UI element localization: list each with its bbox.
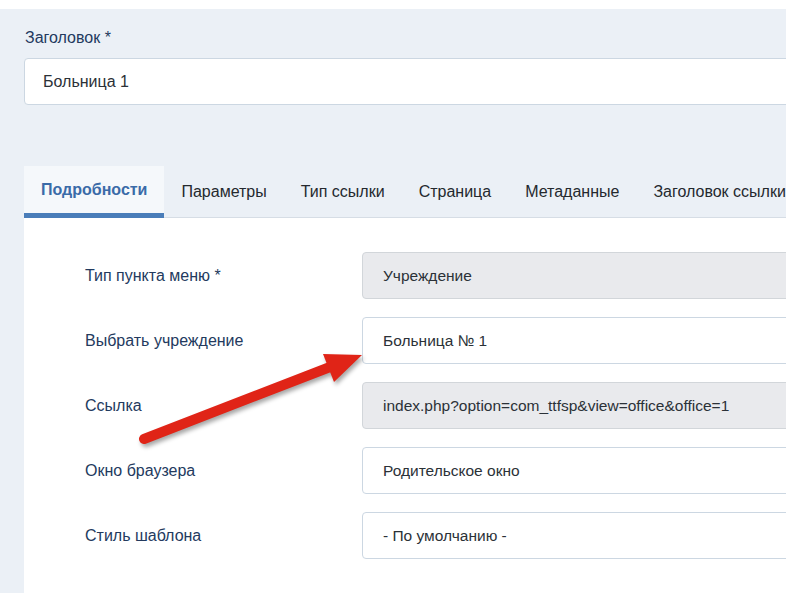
- template-style-value: - По умолчанию -: [383, 527, 507, 545]
- template-style-label: Стиль шаблона: [24, 527, 362, 545]
- link-label: Ссылка: [24, 397, 362, 415]
- form-row-template-style: Стиль шаблона - По умолчанию -: [24, 512, 786, 559]
- select-institution-value: Больница № 1: [383, 332, 487, 350]
- menu-item-type-field: Учреждение: [362, 252, 786, 299]
- details-tab-panel: Тип пункта меню * Учреждение Выбрать учр…: [24, 218, 786, 593]
- select-institution-field[interactable]: Больница № 1: [362, 317, 786, 364]
- select-institution-label: Выбрать учреждение: [24, 332, 362, 350]
- link-field: index.php?option=com_ttfsp&view=office&o…: [362, 382, 786, 429]
- tab-parameters[interactable]: Параметры: [164, 166, 283, 218]
- form-row-browser-window: Окно браузера Родительское окно: [24, 447, 786, 494]
- title-input[interactable]: Больница 1: [24, 58, 786, 105]
- form-row-menu-item-type: Тип пункта меню * Учреждение: [24, 252, 786, 299]
- menu-item-edit-screen: Заголовок * Больница 1 Подробности Парам…: [0, 0, 786, 593]
- title-field-label: Заголовок *: [25, 28, 786, 47]
- menu-item-type-label: Тип пункта меню *: [24, 267, 362, 285]
- tab-bar: Подробности Параметры Тип ссылки Страниц…: [24, 166, 786, 218]
- tab-link-type[interactable]: Тип ссылки: [284, 166, 402, 218]
- browser-window-label: Окно браузера: [24, 462, 362, 480]
- tab-details[interactable]: Подробности: [24, 166, 164, 218]
- browser-window-select[interactable]: Родительское окно: [362, 447, 786, 494]
- tab-page[interactable]: Страница: [402, 166, 509, 218]
- form-row-link: Ссылка index.php?option=com_ttfsp&view=o…: [24, 382, 786, 429]
- menu-item-type-value: Учреждение: [383, 267, 472, 285]
- tab-metadata[interactable]: Метаданные: [508, 166, 636, 218]
- form-row-select-institution: Выбрать учреждение Больница № 1: [24, 317, 786, 364]
- tab-link-title[interactable]: Заголовок ссылки: [636, 166, 786, 218]
- top-strip: [0, 0, 786, 9]
- template-style-select[interactable]: - По умолчанию -: [362, 512, 786, 559]
- browser-window-value: Родительское окно: [383, 462, 520, 480]
- link-value: index.php?option=com_ttfsp&view=office&o…: [383, 397, 729, 415]
- title-input-value: Больница 1: [43, 73, 129, 91]
